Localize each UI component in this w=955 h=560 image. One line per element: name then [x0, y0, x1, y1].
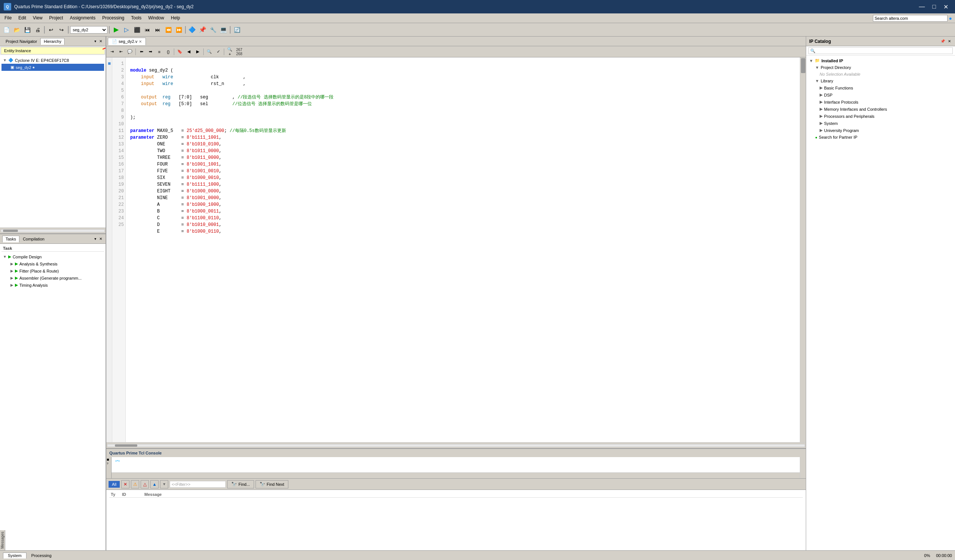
editor-tab[interactable]: 📄 seg_dy2.v ✕: [108, 37, 146, 45]
undo-button[interactable]: ↩: [46, 25, 56, 35]
menu-file[interactable]: File: [2, 14, 14, 21]
menu-bar: File Edit View Project Assignments Proce…: [0, 13, 870, 23]
task-compile-design[interactable]: ▼ ▶ Compile Design: [2, 253, 104, 260]
tasks-tab-tasks[interactable]: Tasks: [2, 236, 19, 242]
pin-btn[interactable]: 📌: [198, 25, 207, 35]
find-in-file-btn[interactable]: 🔍: [205, 48, 213, 56]
indent-btn[interactable]: ⇥: [108, 48, 116, 56]
tree-item-cyclone[interactable]: ▼ 🔷 Cyclone IV E: EP4CE6F17C8: [2, 57, 104, 64]
tcl-hscroll[interactable]: [111, 473, 800, 478]
step-fwd-button[interactable]: ⏩: [174, 25, 183, 35]
filter-warning-btn[interactable]: ⚠: [131, 480, 139, 488]
filter-error-btn[interactable]: ✕: [121, 480, 130, 488]
find-next-button[interactable]: 🔭 Find Next: [255, 480, 288, 488]
task-analysis-synthesis[interactable]: ▶ ▶ Analysis & Synthesis: [2, 260, 104, 267]
menu-tools[interactable]: Tools: [128, 14, 144, 21]
tcl-vscroll[interactable]: [800, 457, 806, 478]
minimize-button[interactable]: —: [916, 3, 928, 11]
ip-memory[interactable]: ▶ Memory Interfaces and Controllers: [808, 106, 953, 112]
project-dropdown[interactable]: seg_dy2: [70, 26, 108, 34]
print-button[interactable]: 🖨: [33, 25, 42, 35]
compile-check-btn[interactable]: ✓: [214, 48, 222, 56]
tcl-console: Quartus Prime Tcl Console ↩↪ ◼ ?: [106, 449, 806, 479]
task-fitter[interactable]: ▶ ▶ Fitter (Place & Route): [2, 267, 104, 275]
ip-system[interactable]: ▶ System: [808, 120, 953, 127]
ip-dsp[interactable]: ▶ DSP: [808, 91, 953, 98]
filter-critical-btn[interactable]: △: [141, 480, 149, 488]
save-button[interactable]: 💾: [22, 25, 32, 35]
nav-tab-hierarchy[interactable]: Hierarchy: [40, 38, 64, 45]
start-button[interactable]: ▷: [122, 25, 131, 35]
code-hscroll[interactable]: [106, 442, 806, 448]
ip-close-btn[interactable]: ✕: [947, 39, 952, 44]
msg-all-btn[interactable]: All: [108, 481, 120, 488]
code-editor[interactable]: ◼ 12345 678910 1112131415 1617181920 212…: [106, 58, 806, 442]
ip-processors[interactable]: ▶ Processors and Peripherals: [808, 112, 953, 120]
stop-button[interactable]: ⬛: [132, 25, 142, 35]
step-back-button[interactable]: ⏪: [163, 25, 173, 35]
fitter-btn[interactable]: 🔧: [208, 25, 218, 35]
new-file-button[interactable]: 📄: [2, 25, 11, 35]
ip-basic-functions[interactable]: ▶ Basic Functions: [808, 84, 953, 91]
ip-interface-protocols[interactable]: ▶ Interface Protocols: [808, 98, 953, 106]
tasks-menu-btn[interactable]: ▾: [93, 236, 97, 241]
messages-filter-input[interactable]: [170, 481, 226, 488]
prev-bookmark-btn[interactable]: ◀: [185, 48, 193, 56]
zoom-in-btn[interactable]: 🔍+: [226, 48, 234, 56]
status-tab-processing[interactable]: Processing: [27, 552, 56, 558]
messages-toolbar: All ✕ ⚠ △ ▲: [106, 479, 806, 490]
find-button[interactable]: 🔭 Find...: [227, 480, 254, 488]
next-bookmark-btn[interactable]: ▶: [194, 48, 202, 56]
ip-project-dir[interactable]: ▼ Project Directory: [808, 64, 953, 71]
task-assembler[interactable]: ▶ ▶ Assembler (Generate programm...: [2, 275, 104, 281]
search-input[interactable]: [873, 15, 947, 22]
refresh-btn[interactable]: 🔄: [232, 25, 242, 35]
ip-installed[interactable]: ▼ 📁 Installed IP: [808, 57, 953, 64]
menu-window[interactable]: Window: [145, 14, 167, 21]
tasks-tab-compilation[interactable]: Compilation: [19, 236, 48, 242]
compile-button[interactable]: ▶: [111, 25, 121, 35]
rewind-button[interactable]: ⏮: [142, 25, 152, 35]
menu-view[interactable]: View: [30, 14, 45, 21]
filter-note-btn[interactable]: ▼: [160, 480, 168, 488]
status-tab-system[interactable]: System: [3, 552, 27, 558]
menu-project[interactable]: Project: [46, 14, 66, 21]
programmer-btn[interactable]: 💻: [219, 25, 228, 35]
code-content[interactable]: module seg_dy2 ( input wire clk , input …: [126, 58, 800, 442]
menu-processing[interactable]: Processing: [99, 14, 127, 21]
tree-item-seg-dy2[interactable]: ▣ seg_dy2 ★: [2, 64, 104, 71]
ip-search-partner[interactable]: ● Search for Partner IP: [808, 134, 953, 140]
nav-tab-project[interactable]: Project Navigator: [2, 38, 40, 45]
brace-btn[interactable]: {}: [164, 48, 172, 56]
filter-info-btn[interactable]: ▲: [150, 480, 158, 488]
menu-help[interactable]: Help: [168, 14, 183, 21]
tcl-side-btn-2[interactable]: ?: [107, 462, 111, 465]
ip-partner-label: Search for Partner IP: [819, 135, 857, 139]
toggle-comment-btn[interactable]: 💬: [126, 48, 134, 56]
tasks-close-btn[interactable]: ✕: [98, 236, 103, 241]
open-button[interactable]: 📂: [12, 25, 22, 35]
task-timing[interactable]: ▶ ▶ Timing Analysis: [2, 281, 104, 289]
menu-edit[interactable]: Edit: [15, 14, 29, 21]
ip-pin-btn[interactable]: 📌: [939, 39, 946, 44]
format-btn[interactable]: ≡: [155, 48, 163, 56]
menu-assignments[interactable]: Assignments: [67, 14, 99, 21]
ip-university[interactable]: ▶ University Program: [808, 127, 953, 134]
ip-partner-dot: ●: [815, 135, 817, 139]
outdent-btn[interactable]: ⇤: [117, 48, 125, 56]
ip-library[interactable]: ▼ Library: [808, 78, 953, 84]
code-vscroll[interactable]: [800, 58, 806, 442]
chip-btn[interactable]: 🔷: [187, 25, 197, 35]
ip-search-input[interactable]: [816, 48, 951, 53]
nav-menu-btn[interactable]: ▾: [93, 39, 97, 44]
fast-fwd-button[interactable]: ⏭: [153, 25, 163, 35]
tcl-side-btn-1[interactable]: ◼: [107, 458, 111, 461]
close-button[interactable]: ✕: [941, 3, 951, 11]
maximize-button[interactable]: □: [929, 3, 939, 11]
redo-button[interactable]: ↪: [57, 25, 66, 35]
align-right-btn[interactable]: ➡: [146, 48, 155, 56]
bookmark-btn[interactable]: 🔖: [176, 48, 184, 56]
title-text: Quartus Prime Standard Edition - C:/User…: [14, 4, 194, 9]
align-left-btn[interactable]: ⬅: [137, 48, 146, 56]
tab-close-icon[interactable]: ✕: [139, 39, 142, 44]
